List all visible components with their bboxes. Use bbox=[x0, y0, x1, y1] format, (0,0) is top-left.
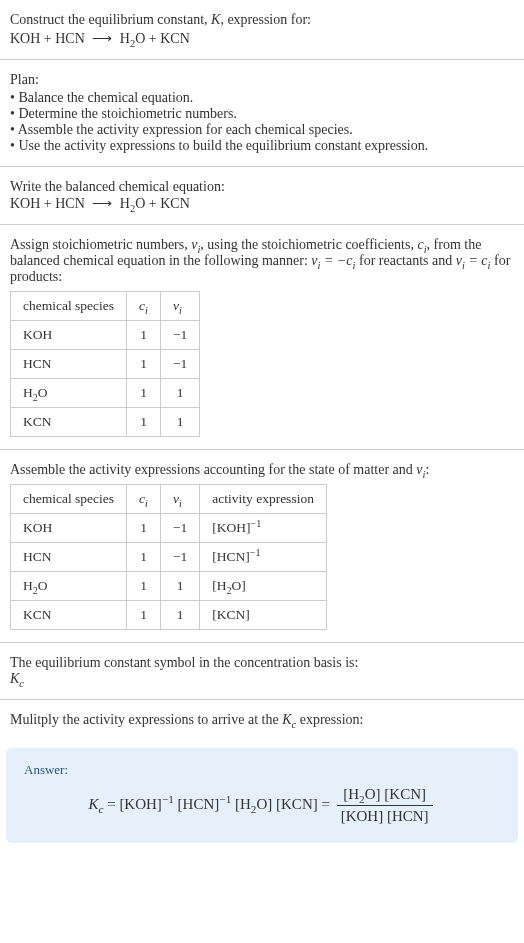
cell-nui: 1 bbox=[160, 408, 199, 437]
cell-nui: −1 bbox=[160, 350, 199, 379]
multiply-text-a: Mulitply the activity expressions to arr… bbox=[10, 712, 282, 727]
cell-species: KOH bbox=[11, 514, 127, 543]
cell-ci: 1 bbox=[127, 321, 161, 350]
cell-species: KCN bbox=[11, 408, 127, 437]
stoich-table: chemical species ci νi KOH 1 −1 HCN 1 −1… bbox=[10, 291, 200, 437]
table-header-row: chemical species ci νi bbox=[11, 292, 200, 321]
cell-ci: 1 bbox=[127, 601, 161, 630]
plan-item: • Balance the chemical equation. bbox=[10, 90, 514, 106]
arrow-icon: ⟶ bbox=[92, 195, 112, 212]
cell-ci: 1 bbox=[127, 514, 161, 543]
table-row: KOH 1 −1 [KOH]−1 bbox=[11, 514, 327, 543]
arrow-icon: ⟶ bbox=[92, 30, 112, 47]
col-ci: ci bbox=[127, 485, 161, 514]
stoich-text-a: Assign stoichiometric numbers, bbox=[10, 237, 191, 252]
cell-ci: 1 bbox=[127, 408, 161, 437]
table-row: KOH 1 −1 bbox=[11, 321, 200, 350]
cell-nui: 1 bbox=[160, 572, 199, 601]
cell-species: HCN bbox=[11, 350, 127, 379]
cell-species: KOH bbox=[11, 321, 127, 350]
basis-text: The equilibrium constant symbol in the c… bbox=[10, 655, 514, 671]
col-nui: νi bbox=[160, 485, 199, 514]
stoich-text-d: for reactants and bbox=[355, 253, 455, 268]
cell-species: HCN bbox=[11, 543, 127, 572]
activity-table: chemical species ci νi activity expressi… bbox=[10, 484, 327, 630]
activity-section: Assemble the activity expressions accoun… bbox=[0, 450, 524, 643]
plan-section: Plan: • Balance the chemical equation. •… bbox=[0, 60, 524, 167]
question-text-b: , expression for: bbox=[220, 12, 311, 27]
multiply-text-b: expression: bbox=[296, 712, 363, 727]
multiply-text: Mulitply the activity expressions to arr… bbox=[10, 712, 514, 728]
cell-species: H2O bbox=[11, 572, 127, 601]
cell-ci: 1 bbox=[127, 379, 161, 408]
plan-item: • Determine the stoichiometric numbers. bbox=[10, 106, 514, 122]
cell-ci: 1 bbox=[127, 572, 161, 601]
cell-species: H2O bbox=[11, 379, 127, 408]
cell-activity: [KOH]−1 bbox=[200, 514, 327, 543]
cell-species: KCN bbox=[11, 601, 127, 630]
balanced-section: Write the balanced chemical equation: KO… bbox=[0, 167, 524, 225]
table-row: HCN 1 −1 [HCN]−1 bbox=[11, 543, 327, 572]
rule-products: νi = ci bbox=[456, 253, 491, 268]
rule-reactants: νi = −ci bbox=[311, 253, 355, 268]
k-symbol: K bbox=[211, 12, 220, 27]
stoich-section: Assign stoichiometric numbers, νi, using… bbox=[0, 225, 524, 450]
table-row: H2O 1 1 [H2O] bbox=[11, 572, 327, 601]
balanced-title: Write the balanced chemical equation: bbox=[10, 179, 514, 195]
multiply-section: Mulitply the activity expressions to arr… bbox=[0, 700, 524, 740]
answer-equation: Kc = [KOH]−1 [HCN]−1 [H2O] [KCN] = [H2O]… bbox=[24, 786, 500, 825]
question-section: Construct the equilibrium constant, K, e… bbox=[0, 0, 524, 60]
answer-label: Answer: bbox=[24, 762, 500, 778]
balanced-equation: KOH + HCN ⟶ H2O + KCN bbox=[10, 195, 514, 212]
cell-ci: 1 bbox=[127, 543, 161, 572]
table-header-row: chemical species ci νi activity expressi… bbox=[11, 485, 327, 514]
question-prompt: Construct the equilibrium constant, K, e… bbox=[10, 12, 514, 28]
cell-nui: 1 bbox=[160, 379, 199, 408]
kc-symbol: K bbox=[282, 712, 291, 727]
cell-nui: −1 bbox=[160, 543, 199, 572]
stoich-text: Assign stoichiometric numbers, νi, using… bbox=[10, 237, 514, 285]
table-row: KCN 1 1 [KCN] bbox=[11, 601, 327, 630]
cell-activity: [KCN] bbox=[200, 601, 327, 630]
activity-text-b: : bbox=[425, 462, 429, 477]
table-row: KCN 1 1 bbox=[11, 408, 200, 437]
table-row: H2O 1 1 bbox=[11, 379, 200, 408]
col-nui: νi bbox=[160, 292, 199, 321]
plan-item: • Use the activity expressions to build … bbox=[10, 138, 514, 154]
activity-text-a: Assemble the activity expressions accoun… bbox=[10, 462, 416, 477]
stoich-text-b: , using the stoichiometric coefficients, bbox=[200, 237, 417, 252]
cell-nui: −1 bbox=[160, 321, 199, 350]
table-row: HCN 1 −1 bbox=[11, 350, 200, 379]
plan-title: Plan: bbox=[10, 72, 514, 88]
question-equation: KOH + HCN ⟶ H2O + KCN bbox=[10, 30, 514, 47]
cell-activity: [HCN]−1 bbox=[200, 543, 327, 572]
question-text-a: Construct the equilibrium constant, bbox=[10, 12, 211, 27]
col-species: chemical species bbox=[11, 292, 127, 321]
basis-section: The equilibrium constant symbol in the c… bbox=[0, 643, 524, 700]
col-species: chemical species bbox=[11, 485, 127, 514]
cell-nui: −1 bbox=[160, 514, 199, 543]
plan-item: • Assemble the activity expression for e… bbox=[10, 122, 514, 138]
col-activity: activity expression bbox=[200, 485, 327, 514]
col-ci: ci bbox=[127, 292, 161, 321]
activity-title: Assemble the activity expressions accoun… bbox=[10, 462, 514, 478]
answer-box: Answer: Kc = [KOH]−1 [HCN]−1 [H2O] [KCN]… bbox=[6, 748, 518, 843]
cell-ci: 1 bbox=[127, 350, 161, 379]
cell-nui: 1 bbox=[160, 601, 199, 630]
basis-symbol: Kc bbox=[10, 671, 514, 687]
cell-activity: [H2O] bbox=[200, 572, 327, 601]
